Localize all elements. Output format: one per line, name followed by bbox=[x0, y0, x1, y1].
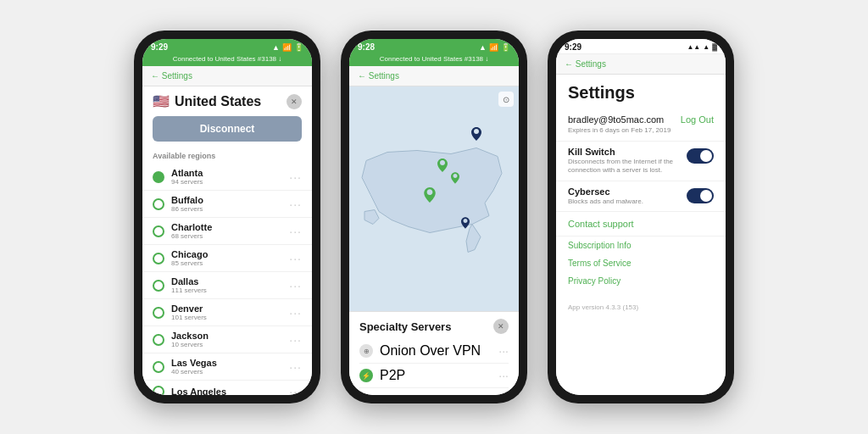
region-info: Charlotte 68 servers bbox=[171, 222, 289, 240]
wifi-icon-2: 📶 bbox=[489, 43, 498, 52]
country-title: 🇺🇸 United States bbox=[153, 93, 261, 109]
list-item[interactable]: Dallas 111 servers ··· bbox=[142, 272, 312, 299]
list-item[interactable]: ⚡ P2P ··· bbox=[359, 364, 509, 388]
country-name: United States bbox=[175, 94, 261, 109]
connected-bar-2: Connected to United States #3138 ↓ bbox=[349, 53, 519, 66]
more-icon[interactable]: ··· bbox=[289, 360, 302, 374]
specialty-panel: Specialty Servers ✕ ⊕ Onion Over VPN ···… bbox=[349, 311, 519, 395]
subscription-info-link[interactable]: Subscription Info bbox=[556, 236, 726, 254]
region-info: Atlanta 94 servers bbox=[171, 168, 289, 186]
region-info: Las Vegas 40 servers bbox=[171, 358, 289, 376]
list-item[interactable]: Charlotte 68 servers ··· bbox=[142, 218, 312, 245]
regions-list: Atlanta 94 servers ··· Buffalo 86 server… bbox=[142, 164, 312, 395]
status-bar-2: 9:28 ▲ 📶 🔋 bbox=[349, 39, 519, 53]
more-icon[interactable]: ··· bbox=[289, 306, 302, 320]
region-name: Los Angeles bbox=[171, 387, 289, 395]
region-dot bbox=[153, 280, 164, 292]
specialty-header: Specialty Servers ✕ bbox=[359, 319, 509, 334]
list-item[interactable]: ⊕ Onion Over VPN ··· bbox=[359, 339, 509, 364]
account-info: bradley@9to5mac.com Expires in 6 days on… bbox=[568, 114, 670, 134]
nav-bar-2[interactable]: ← Settings bbox=[349, 66, 519, 86]
more-icon[interactable]: ··· bbox=[498, 369, 509, 382]
settings-title: Settings bbox=[556, 75, 726, 108]
phone-1: 9:29 ▲ 📶 🔋 Connected to United States #3… bbox=[134, 31, 320, 403]
specialty-title: Specialty Servers bbox=[359, 320, 451, 333]
wifi-icon-3: ▲ bbox=[703, 43, 709, 51]
region-count: 94 servers bbox=[171, 178, 289, 186]
contact-support-link[interactable]: Contact support bbox=[556, 212, 726, 236]
back-button-3[interactable]: ← Settings bbox=[565, 59, 606, 69]
list-item[interactable]: Los Angeles ··· bbox=[142, 381, 312, 395]
status-icons-2: ▲ 📶 🔋 bbox=[479, 43, 510, 52]
status-bar-3: 9:29 ▲▲ ▲ ▓ bbox=[556, 39, 726, 54]
region-name: Jackson bbox=[171, 331, 289, 341]
cybersec-row: Cybersec Blocks ads and malware. bbox=[556, 181, 726, 212]
disconnect-button[interactable]: Disconnect bbox=[153, 116, 302, 142]
more-icon[interactable]: ··· bbox=[289, 333, 302, 347]
cybersec-desc: Blocks ads and malware. bbox=[568, 198, 680, 206]
region-count: 40 servers bbox=[171, 368, 289, 376]
region-info: Los Angeles bbox=[171, 387, 289, 395]
region-dot bbox=[153, 386, 164, 395]
connected-bar-1: Connected to United States #3138 ↓ bbox=[142, 53, 312, 66]
back-button-2[interactable]: ← Settings bbox=[358, 71, 399, 81]
more-icon[interactable]: ··· bbox=[289, 252, 302, 265]
region-name: Charlotte bbox=[171, 222, 289, 232]
region-count: 85 servers bbox=[171, 259, 289, 267]
country-header: 🇺🇸 United States ✕ bbox=[142, 86, 312, 113]
region-name: Las Vegas bbox=[171, 358, 289, 368]
p2p-label: P2P bbox=[380, 368, 405, 383]
cybersec-label: Cybersec bbox=[568, 186, 680, 197]
wifi-icon-1: 📶 bbox=[282, 43, 292, 52]
more-icon[interactable]: ··· bbox=[498, 344, 509, 358]
region-info: Jackson 10 servers bbox=[171, 331, 289, 348]
battery-icon-2: 🔋 bbox=[501, 43, 510, 52]
nav-bar-3[interactable]: ← Settings bbox=[556, 54, 726, 75]
privacy-policy-link[interactable]: Privacy Policy bbox=[556, 272, 726, 290]
more-icon[interactable]: ··· bbox=[289, 385, 302, 395]
terms-of-service-link[interactable]: Terms of Service bbox=[556, 254, 726, 272]
list-item[interactable]: Buffalo 86 servers ··· bbox=[142, 191, 312, 218]
more-icon[interactable]: ··· bbox=[289, 279, 302, 292]
map-pin-5 bbox=[461, 217, 470, 231]
map-pin-4 bbox=[451, 172, 459, 186]
list-item[interactable]: Atlanta 94 servers ··· bbox=[142, 164, 312, 191]
region-info: Denver 101 servers bbox=[171, 303, 289, 321]
phone-3: 9:29 ▲▲ ▲ ▓ ← Settings Settings bradley@… bbox=[548, 31, 734, 403]
region-dot bbox=[153, 307, 164, 319]
region-dot bbox=[153, 361, 164, 373]
list-item[interactable]: Chicago 85 servers ··· bbox=[142, 245, 312, 272]
nav-bar-1[interactable]: ← Settings bbox=[142, 66, 312, 86]
status-icons-1: ▲ 📶 🔋 bbox=[272, 43, 303, 52]
cybersec-toggle[interactable] bbox=[687, 188, 714, 203]
region-info: Dallas 111 servers bbox=[171, 276, 289, 294]
more-icon[interactable]: ··· bbox=[289, 198, 302, 211]
battery-icon-1: 🔋 bbox=[294, 43, 303, 52]
list-item[interactable]: Denver 101 servers ··· bbox=[142, 299, 312, 326]
list-item[interactable]: Jackson 10 servers ··· bbox=[142, 326, 312, 353]
app-version: App version 4.3.3 (153) bbox=[556, 290, 726, 318]
signal-icon-1: ▲ bbox=[272, 43, 280, 52]
map-settings-icon[interactable]: ⊙ bbox=[498, 92, 514, 107]
map-pin-3 bbox=[424, 187, 436, 205]
region-name: Buffalo bbox=[171, 195, 289, 205]
back-button-1[interactable]: ← Settings bbox=[151, 71, 192, 81]
more-icon[interactable]: ··· bbox=[289, 225, 302, 238]
signal-icon-3: ▲▲ bbox=[687, 43, 700, 51]
more-icon[interactable]: ··· bbox=[289, 170, 302, 184]
kill-switch-toggle[interactable] bbox=[687, 148, 714, 164]
account-row: bradley@9to5mac.com Expires in 6 days on… bbox=[556, 108, 726, 142]
region-dot bbox=[153, 334, 164, 346]
onion-label: Onion Over VPN bbox=[380, 343, 481, 359]
list-item[interactable]: Las Vegas 40 servers ··· bbox=[142, 353, 312, 381]
close-button[interactable]: ✕ bbox=[287, 94, 302, 109]
kill-switch-row: Kill Switch Disconnects from the Interne… bbox=[556, 142, 726, 181]
region-count: 68 servers bbox=[171, 232, 289, 240]
logout-button[interactable]: Log Out bbox=[681, 114, 714, 125]
p2p-icon: ⚡ bbox=[359, 369, 373, 382]
specialty-close-button[interactable]: ✕ bbox=[493, 319, 509, 334]
account-expires: Expires in 6 days on Feb 17, 2019 bbox=[568, 126, 670, 134]
phones-container: 9:29 ▲ 📶 🔋 Connected to United States #3… bbox=[117, 14, 751, 420]
region-info: Chicago 85 servers bbox=[171, 249, 289, 267]
settings-content: Settings bradley@9to5mac.com Expires in … bbox=[556, 75, 726, 395]
